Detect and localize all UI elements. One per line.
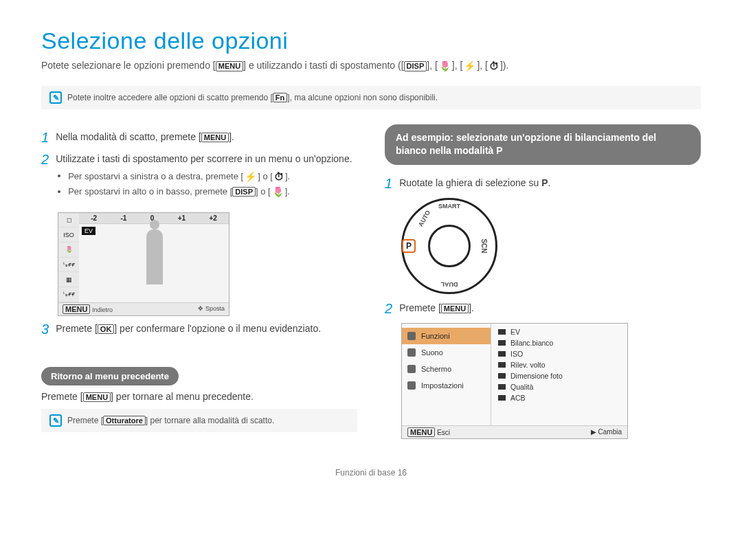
return-pill: Ritorno al menu precedente <box>41 367 179 385</box>
ev-side-item: ISO <box>58 227 79 243</box>
dial-center <box>428 225 471 267</box>
step-number: 3 <box>41 322 49 337</box>
left-column: 1 Nella modalità di scatto, premete [MEN… <box>41 124 357 447</box>
dial-right: SCN <box>480 238 488 253</box>
menu-items: EV Bilanc.bianco ISO Rilev. volto Dimens… <box>491 324 627 425</box>
r-step-2: 2 Premete [MENU]. <box>385 301 701 316</box>
note-shutter: ✎ Premete [Otturatore] per tornare alla … <box>41 409 357 432</box>
menu-tab-funzioni: Funzioni <box>402 328 491 344</box>
note-icon: ✎ <box>49 91 62 104</box>
ok-key: OK <box>98 324 115 334</box>
flash-icon: ⚡ <box>243 169 258 184</box>
step-3: 3 Premete [OK] per confermare l'opzione … <box>41 322 357 337</box>
page-footer: Funzioni di base 16 <box>41 468 701 478</box>
menu-key: MENU <box>407 427 435 437</box>
r-step-1: 1 Ruotate la ghiera di selezione su P. <box>385 176 701 191</box>
macro-icon: 🌷 <box>438 59 452 74</box>
shutter-key: Otturatore <box>103 416 146 425</box>
step-2-bullet-1: Per spostarvi a sinistra o a destra, pre… <box>68 169 357 184</box>
step-number: 1 <box>385 176 392 191</box>
intro-mid: ] e utilizzando i tasti di spostamento (… <box>243 60 403 71</box>
ev-side-item: ▦ <box>58 272 79 287</box>
macro-icon: 🌷 <box>271 184 285 199</box>
dial-top: SMART <box>438 203 460 210</box>
menu-item: EV <box>495 326 623 337</box>
menu-screen-illustration: Funzioni Suono Schermo Impostazioni EV B… <box>401 323 628 439</box>
page-title: Selezione delle opzioni <box>41 27 701 54</box>
timer-icon: ⏱ <box>488 59 500 74</box>
mode-p: P <box>541 177 548 188</box>
ev-side-item: ᴸₒғғ <box>58 258 79 273</box>
ev-footer: MENU Indietro ✥ Sposta <box>58 302 229 315</box>
note-fn: ✎ Potete inoltre accedere alle opzioni d… <box>41 86 701 109</box>
step-2-bullet-2: Per spostarvi in alto o in basso, premet… <box>68 184 357 199</box>
example-heading: Ad esempio: selezionate un'opzione di bi… <box>385 124 701 165</box>
menu-item: Rilev. volto <box>495 359 623 370</box>
menu-footer: MENU Esci ▶ Cambia <box>402 425 627 438</box>
menu-tab-impostazioni: Impostazioni <box>402 377 491 394</box>
move-icon: ✥ <box>198 305 203 312</box>
menu-key: MENU <box>83 392 111 402</box>
ev-sidebar: ◻ ISO 🌷 ᴸₒғғ ▦ ᴸₒғғ <box>58 213 79 302</box>
menu-key: MENU <box>201 133 229 142</box>
disp-key: DISP <box>232 187 256 197</box>
ev-area: -2 -1 0 +1 +2 EV <box>79 213 229 302</box>
menu-tabs: Funzioni Suono Schermo Impostazioni <box>402 324 491 425</box>
step-number: 2 <box>385 301 392 316</box>
dial-bottom: DUAL <box>441 281 458 288</box>
menu-item: Qualità <box>495 381 623 392</box>
intro-pre: Potete selezionare le opzioni premendo [ <box>41 60 216 71</box>
ev-side-item: ◻ <box>58 213 79 228</box>
dial-selected-p: P <box>402 239 416 253</box>
disp-key: DISP <box>404 61 427 71</box>
menu-item: ACB <box>495 392 623 403</box>
menu-key: MENU <box>216 61 243 71</box>
mode-dial: SMART SCN DUAL AUTO P <box>401 198 497 294</box>
ev-label: EV <box>82 227 95 235</box>
right-column: Ad esempio: selezionate un'opzione di bi… <box>385 124 701 447</box>
play-icon: ▶ <box>591 428 596 436</box>
ev-screen-illustration: ◻ ISO 🌷 ᴸₒғғ ▦ ᴸₒғғ -2 -1 0 +1 +2 <box>58 212 229 316</box>
step-number: 2 <box>41 152 49 205</box>
menu-item: Dimensione foto <box>495 370 623 381</box>
timer-icon: ⏱ <box>273 169 285 184</box>
menu-key: MENU <box>63 304 90 314</box>
ev-silhouette <box>146 229 163 284</box>
menu-tab-suono: Suono <box>402 344 491 361</box>
ev-side-item: ᴸₒғғ <box>58 287 79 302</box>
step-number: 1 <box>41 130 49 145</box>
menu-key: MENU <box>441 304 469 313</box>
note-icon: ✎ <box>49 414 62 427</box>
intro-line: Potete selezionare le opzioni premendo [… <box>41 58 701 74</box>
step-1: 1 Nella modalità di scatto, premete [MEN… <box>41 130 357 145</box>
menu-item: Bilanc.bianco <box>495 337 623 348</box>
manual-page: Selezione delle opzioni Potete seleziona… <box>0 0 742 498</box>
menu-tab-schermo: Schermo <box>402 361 491 377</box>
fn-key: Fn <box>273 93 287 102</box>
ev-side-item: 🌷 <box>58 243 79 258</box>
menu-item: ISO <box>495 348 623 359</box>
return-text: Premete [MENU] per tornare al menu prece… <box>41 391 357 402</box>
step-2: 2 Utilizzate i tasti di spostamento per … <box>41 152 357 205</box>
dial-left: AUTO <box>417 210 431 228</box>
flash-icon: ⚡ <box>462 59 477 74</box>
